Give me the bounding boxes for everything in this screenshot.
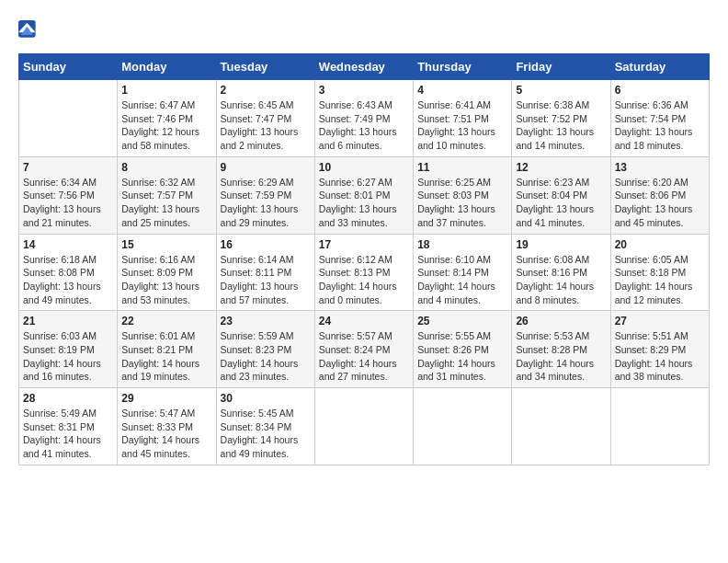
calendar-cell: 19Sunrise: 6:08 AM Sunset: 8:16 PM Dayli… [512, 234, 610, 311]
calendar-header: SundayMondayTuesdayWednesdayThursdayFrid… [19, 54, 710, 80]
day-number: 22 [121, 315, 211, 327]
calendar-cell: 27Sunrise: 5:51 AM Sunset: 8:29 PM Dayli… [610, 311, 709, 388]
day-content: Sunrise: 6:03 AM Sunset: 8:19 PM Dayligh… [23, 329, 113, 384]
day-content: Sunrise: 5:45 AM Sunset: 8:34 PM Dayligh… [221, 407, 311, 461]
calendar-cell [314, 388, 413, 465]
day-content: Sunrise: 6:18 AM Sunset: 8:08 PM Dayligh… [23, 253, 113, 307]
day-content: Sunrise: 6:08 AM Sunset: 8:16 PM Dayligh… [516, 253, 606, 307]
day-number: 24 [319, 315, 409, 327]
calendar-cell: 29Sunrise: 5:47 AM Sunset: 8:33 PM Dayli… [118, 388, 216, 465]
calendar-cell: 20Sunrise: 6:05 AM Sunset: 8:18 PM Dayli… [610, 234, 709, 311]
day-content: Sunrise: 5:49 AM Sunset: 8:31 PM Dayligh… [23, 407, 113, 461]
day-number: 20 [615, 238, 705, 251]
day-content: Sunrise: 6:27 AM Sunset: 8:01 PM Dayligh… [319, 176, 409, 230]
day-number: 9 [221, 161, 311, 174]
calendar-cell: 16Sunrise: 6:14 AM Sunset: 8:11 PM Dayli… [216, 234, 314, 311]
calendar-cell: 4Sunrise: 6:41 AM Sunset: 7:51 PM Daylig… [414, 80, 512, 157]
week-row-4: 21Sunrise: 6:03 AM Sunset: 8:19 PM Dayli… [19, 311, 710, 388]
day-number: 29 [121, 392, 211, 405]
day-content: Sunrise: 6:45 AM Sunset: 7:47 PM Dayligh… [221, 98, 311, 153]
calendar-cell: 2Sunrise: 6:45 AM Sunset: 7:47 PM Daylig… [216, 80, 314, 157]
day-number: 18 [417, 238, 507, 251]
day-content: Sunrise: 5:59 AM Sunset: 8:23 PM Dayligh… [221, 329, 311, 384]
day-number: 27 [615, 315, 705, 327]
day-number: 10 [319, 161, 409, 174]
calendar-cell: 9Sunrise: 6:29 AM Sunset: 7:59 PM Daylig… [216, 156, 314, 234]
calendar-cell: 3Sunrise: 6:43 AM Sunset: 7:49 PM Daylig… [314, 80, 413, 157]
day-content: Sunrise: 6:12 AM Sunset: 8:13 PM Dayligh… [319, 253, 409, 307]
calendar-cell: 5Sunrise: 6:38 AM Sunset: 7:52 PM Daylig… [512, 80, 610, 157]
day-number: 30 [221, 392, 311, 405]
logo [18, 18, 40, 39]
calendar-cell: 11Sunrise: 6:25 AM Sunset: 8:03 PM Dayli… [414, 156, 512, 234]
calendar-cell: 23Sunrise: 5:59 AM Sunset: 8:23 PM Dayli… [216, 311, 314, 388]
calendar-cell: 28Sunrise: 5:49 AM Sunset: 8:31 PM Dayli… [19, 388, 118, 465]
day-content: Sunrise: 5:47 AM Sunset: 8:33 PM Dayligh… [121, 407, 211, 461]
calendar-cell: 18Sunrise: 6:10 AM Sunset: 8:14 PM Dayli… [414, 234, 512, 311]
day-content: Sunrise: 6:38 AM Sunset: 7:52 PM Dayligh… [516, 98, 606, 153]
day-content: Sunrise: 6:32 AM Sunset: 7:57 PM Dayligh… [121, 176, 211, 230]
calendar-cell: 17Sunrise: 6:12 AM Sunset: 8:13 PM Dayli… [314, 234, 413, 311]
day-number: 23 [221, 315, 311, 327]
calendar-cell: 26Sunrise: 5:53 AM Sunset: 8:28 PM Dayli… [512, 311, 610, 388]
day-content: Sunrise: 6:36 AM Sunset: 7:54 PM Dayligh… [615, 98, 705, 153]
day-number: 3 [319, 84, 409, 97]
week-row-3: 14Sunrise: 6:18 AM Sunset: 8:08 PM Dayli… [19, 234, 710, 311]
header-day-thursday: Thursday [414, 54, 512, 80]
calendar-cell: 24Sunrise: 5:57 AM Sunset: 8:24 PM Dayli… [314, 311, 413, 388]
calendar-cell: 21Sunrise: 6:03 AM Sunset: 8:19 PM Dayli… [19, 311, 118, 388]
day-number: 26 [516, 315, 606, 327]
day-content: Sunrise: 6:47 AM Sunset: 7:46 PM Dayligh… [121, 98, 211, 153]
day-content: Sunrise: 6:34 AM Sunset: 7:56 PM Dayligh… [23, 176, 113, 230]
day-content: Sunrise: 6:14 AM Sunset: 8:11 PM Dayligh… [221, 253, 311, 307]
day-number: 12 [516, 161, 606, 174]
day-content: Sunrise: 6:25 AM Sunset: 8:03 PM Dayligh… [417, 176, 507, 230]
day-number: 7 [23, 161, 113, 174]
calendar-table: SundayMondayTuesdayWednesdayThursdayFrid… [18, 53, 710, 465]
day-content: Sunrise: 6:16 AM Sunset: 8:09 PM Dayligh… [121, 253, 211, 307]
day-number: 21 [23, 315, 113, 327]
day-number: 5 [516, 84, 606, 97]
week-row-2: 7Sunrise: 6:34 AM Sunset: 7:56 PM Daylig… [19, 156, 710, 234]
day-number: 11 [417, 161, 507, 174]
calendar-cell: 13Sunrise: 6:20 AM Sunset: 8:06 PM Dayli… [610, 156, 709, 234]
day-content: Sunrise: 6:23 AM Sunset: 8:04 PM Dayligh… [516, 176, 606, 230]
day-content: Sunrise: 6:10 AM Sunset: 8:14 PM Dayligh… [417, 253, 507, 307]
week-row-1: 1Sunrise: 6:47 AM Sunset: 7:46 PM Daylig… [19, 80, 710, 157]
calendar-cell: 10Sunrise: 6:27 AM Sunset: 8:01 PM Dayli… [314, 156, 413, 234]
day-number: 13 [615, 161, 705, 174]
day-content: Sunrise: 6:20 AM Sunset: 8:06 PM Dayligh… [615, 176, 705, 230]
calendar-cell [610, 388, 709, 465]
calendar-cell: 30Sunrise: 5:45 AM Sunset: 8:34 PM Dayli… [216, 388, 314, 465]
day-number: 17 [319, 238, 409, 251]
header-day-tuesday: Tuesday [216, 54, 314, 80]
day-content: Sunrise: 5:53 AM Sunset: 8:28 PM Dayligh… [516, 329, 606, 384]
header-day-sunday: Sunday [19, 54, 118, 80]
calendar-cell: 6Sunrise: 6:36 AM Sunset: 7:54 PM Daylig… [610, 80, 709, 157]
header-day-friday: Friday [512, 54, 610, 80]
header-day-saturday: Saturday [610, 54, 709, 80]
calendar-cell: 12Sunrise: 6:23 AM Sunset: 8:04 PM Dayli… [512, 156, 610, 234]
day-content: Sunrise: 5:57 AM Sunset: 8:24 PM Dayligh… [319, 329, 409, 384]
day-content: Sunrise: 6:41 AM Sunset: 7:51 PM Dayligh… [417, 98, 507, 153]
calendar-cell [512, 388, 610, 465]
calendar-cell: 8Sunrise: 6:32 AM Sunset: 7:57 PM Daylig… [118, 156, 216, 234]
logo-icon [18, 20, 37, 39]
day-content: Sunrise: 5:51 AM Sunset: 8:29 PM Dayligh… [615, 329, 705, 384]
calendar-cell [19, 80, 118, 157]
day-content: Sunrise: 6:29 AM Sunset: 7:59 PM Dayligh… [221, 176, 311, 230]
calendar-cell: 1Sunrise: 6:47 AM Sunset: 7:46 PM Daylig… [118, 80, 216, 157]
calendar-cell: 15Sunrise: 6:16 AM Sunset: 8:09 PM Dayli… [118, 234, 216, 311]
day-content: Sunrise: 6:01 AM Sunset: 8:21 PM Dayligh… [121, 329, 211, 384]
week-row-5: 28Sunrise: 5:49 AM Sunset: 8:31 PM Dayli… [19, 388, 710, 465]
day-content: Sunrise: 6:43 AM Sunset: 7:49 PM Dayligh… [319, 98, 409, 153]
day-number: 14 [23, 238, 113, 251]
day-content: Sunrise: 5:55 AM Sunset: 8:26 PM Dayligh… [417, 329, 507, 384]
day-number: 1 [121, 84, 211, 97]
day-number: 6 [615, 84, 705, 97]
day-content: Sunrise: 6:05 AM Sunset: 8:18 PM Dayligh… [615, 253, 705, 307]
day-number: 8 [121, 161, 211, 174]
day-number: 15 [121, 238, 211, 251]
calendar-cell: 25Sunrise: 5:55 AM Sunset: 8:26 PM Dayli… [414, 311, 512, 388]
day-number: 28 [23, 392, 113, 405]
